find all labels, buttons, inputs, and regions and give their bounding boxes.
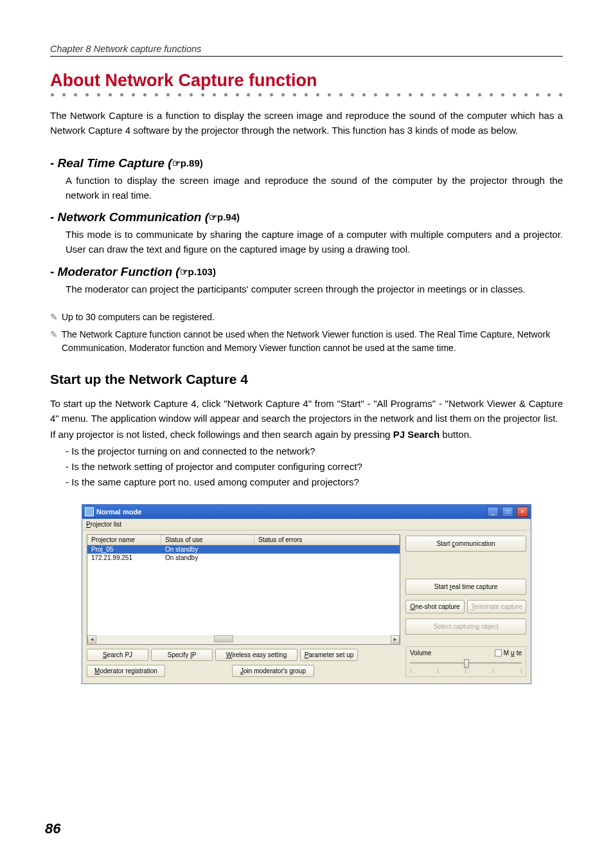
wireless-easy-button[interactable]: Wireless easy setting xyxy=(215,649,298,661)
list-item[interactable]: Proj_05 On standby xyxy=(87,545,400,554)
section-title: Start up the Network Capture 4 xyxy=(50,372,563,387)
app-icon xyxy=(85,507,94,516)
join-moderator-button[interactable]: Join moderator's group xyxy=(232,665,314,677)
body-paragraph: To start up the Network Capture 4, click… xyxy=(50,396,563,426)
pencil-icon: ✎ xyxy=(50,328,59,341)
column-header-status[interactable]: Status of use xyxy=(161,535,254,545)
column-header-name[interactable]: Projector name xyxy=(87,535,161,545)
note-item: ✎ Up to 30 computers can be registered. xyxy=(50,311,563,324)
volume-group: Volume Mute ||||| xyxy=(405,646,526,677)
start-realtime-button[interactable]: Start real time capture xyxy=(405,579,526,595)
subdesc-moderator: The moderator can project the participan… xyxy=(66,282,563,296)
note-item: ✎ The Network Capture function cannot be… xyxy=(50,328,563,355)
moderator-registration-button[interactable]: Moderator registration xyxy=(87,665,165,677)
mute-checkbox[interactable]: Mute xyxy=(495,649,522,656)
pencil-icon: ✎ xyxy=(50,311,59,324)
main-title: About Network Capture function xyxy=(50,71,563,91)
minimize-button[interactable]: _ xyxy=(487,507,499,517)
application-window: Normal mode _ □ × Projector list Project… xyxy=(82,504,531,684)
horizontal-scrollbar[interactable]: ◄ ► xyxy=(87,635,400,644)
subheading-realtime: - Real Time Capture (☞p.89) xyxy=(50,156,563,170)
close-button[interactable]: × xyxy=(517,507,528,517)
window-titlebar[interactable]: Normal mode _ □ × xyxy=(82,505,531,519)
list-item[interactable]: 172.21.99.251 On standby xyxy=(87,554,400,562)
window-title: Normal mode xyxy=(96,508,484,516)
scroll-left-button[interactable]: ◄ xyxy=(87,635,96,644)
select-capturing-object-button[interactable]: Select capturing object xyxy=(405,619,526,635)
scroll-track[interactable] xyxy=(96,635,391,644)
check-item: - Is the network setting of projector an… xyxy=(66,459,563,475)
scroll-right-button[interactable]: ► xyxy=(391,635,400,644)
page-ref-icon: ☞p.103) xyxy=(180,266,216,277)
check-item: - Is the projector turning on and connec… xyxy=(66,444,563,459)
slider-thumb[interactable] xyxy=(464,659,469,668)
terminate-capture-button[interactable]: Terminate capture xyxy=(467,600,526,613)
search-pj-button[interactable]: Search PJ xyxy=(87,649,148,661)
subheading-moderator: - Moderator Function (☞p.103) xyxy=(50,265,563,279)
start-communication-button[interactable]: Start communication xyxy=(405,536,526,552)
maximize-button[interactable]: □ xyxy=(502,507,513,517)
menubar[interactable]: Projector list xyxy=(82,519,531,530)
chapter-header: Chapter 8 Network capture functions xyxy=(50,44,563,57)
subdesc-realtime: A function to display the screen image a… xyxy=(66,173,563,203)
page-ref-icon: ☞p.94) xyxy=(209,212,240,222)
page-number: 86 xyxy=(45,820,60,837)
projector-list[interactable]: Projector name Status of use Status of e… xyxy=(87,534,400,645)
volume-label: Volume xyxy=(410,649,431,656)
intro-paragraph: The Network Capture is a function to dis… xyxy=(50,108,563,138)
body-paragraph: If any projector is not listed, check fo… xyxy=(50,427,563,442)
parameter-setup-button[interactable]: Parameter set up xyxy=(300,649,358,661)
scroll-thumb[interactable] xyxy=(214,635,233,642)
column-header-errors[interactable]: Status of errors xyxy=(254,535,400,545)
volume-slider[interactable] xyxy=(410,658,522,667)
specify-ip-button[interactable]: Specify IP xyxy=(151,649,213,661)
dotted-separator xyxy=(50,93,563,96)
subdesc-netcomm: This mode is to communicate by sharing t… xyxy=(66,227,563,257)
page-ref-icon: ☞p.89) xyxy=(172,158,203,168)
subheading-netcomm: - Network Communication (☞p.94) xyxy=(50,210,563,224)
check-item: - Is the same capture port no. used amon… xyxy=(66,475,563,490)
menu-projector-list[interactable]: Projector list xyxy=(86,521,121,528)
oneshot-capture-button[interactable]: One-shot capture xyxy=(405,600,465,613)
